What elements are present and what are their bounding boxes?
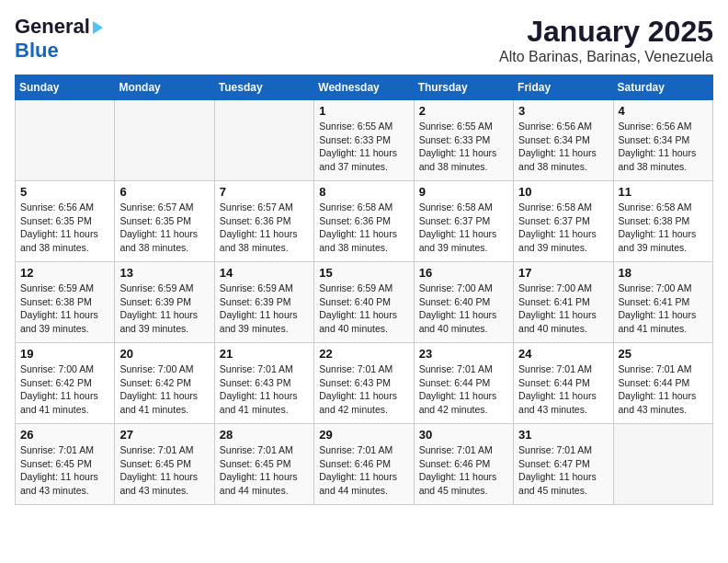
title-block: January 2025 Alto Barinas, Barinas, Vene… [499,15,713,65]
calendar-week-row: 1Sunrise: 6:55 AMSunset: 6:33 PMDaylight… [16,100,713,181]
calendar-day-cell: 7Sunrise: 6:57 AMSunset: 6:36 PMDaylight… [214,181,313,262]
day-number: 22 [319,347,408,361]
day-number: 18 [619,266,708,280]
calendar-day-cell: 29Sunrise: 7:01 AMSunset: 6:46 PMDayligh… [314,424,414,505]
day-info: Sunrise: 7:01 AMSunset: 6:44 PMDaylight:… [518,362,608,417]
day-number: 1 [319,104,408,118]
day-number: 26 [20,428,109,442]
day-info: Sunrise: 7:01 AMSunset: 6:44 PMDaylight:… [619,362,708,417]
logo: General Blue [15,15,103,63]
weekday-header: Monday [115,75,214,100]
day-info: Sunrise: 7:01 AMSunset: 6:46 PMDaylight:… [319,443,408,498]
calendar-day-cell: 27Sunrise: 7:01 AMSunset: 6:45 PMDayligh… [115,424,214,505]
logo-arrow-icon [93,21,103,34]
page-title: January 2025 [499,15,713,49]
calendar-day-cell: 24Sunrise: 7:01 AMSunset: 6:44 PMDayligh… [514,343,613,424]
day-number: 31 [518,428,608,442]
calendar-day-cell: 3Sunrise: 6:56 AMSunset: 6:34 PMDaylight… [514,100,613,181]
calendar-day-cell: 31Sunrise: 7:01 AMSunset: 6:47 PMDayligh… [514,424,613,505]
day-info: Sunrise: 7:01 AMSunset: 6:45 PMDaylight:… [119,443,209,498]
calendar-day-cell: 2Sunrise: 6:55 AMSunset: 6:33 PMDaylight… [414,100,513,181]
day-number: 25 [619,347,708,361]
day-number: 17 [518,266,608,280]
calendar-day-cell: 22Sunrise: 7:01 AMSunset: 6:43 PMDayligh… [314,343,414,424]
day-info: Sunrise: 6:59 AMSunset: 6:38 PMDaylight:… [20,282,109,336]
day-number: 7 [220,185,309,199]
day-number: 24 [518,347,608,361]
weekday-header: Thursday [414,75,513,100]
day-number: 3 [518,104,608,118]
calendar-header-row: SundayMondayTuesdayWednesdayThursdayFrid… [16,75,713,100]
day-info: Sunrise: 7:01 AMSunset: 6:45 PMDaylight:… [220,443,309,498]
day-info: Sunrise: 7:00 AMSunset: 6:42 PMDaylight:… [119,362,209,417]
day-info: Sunrise: 6:59 AMSunset: 6:40 PMDaylight:… [319,282,408,336]
calendar-day-cell: 20Sunrise: 7:00 AMSunset: 6:42 PMDayligh… [115,343,214,424]
day-number: 9 [419,185,508,199]
day-number: 5 [20,185,109,199]
day-number: 10 [518,185,608,199]
day-info: Sunrise: 6:58 AMSunset: 6:36 PMDaylight:… [319,201,408,255]
day-info: Sunrise: 6:58 AMSunset: 6:38 PMDaylight:… [619,201,708,255]
calendar-day-cell: 13Sunrise: 6:59 AMSunset: 6:39 PMDayligh… [115,262,214,343]
weekday-header: Tuesday [214,75,313,100]
day-info: Sunrise: 7:00 AMSunset: 6:41 PMDaylight:… [619,282,708,336]
calendar-day-cell: 18Sunrise: 7:00 AMSunset: 6:41 PMDayligh… [613,262,712,343]
day-number: 12 [20,266,109,280]
calendar-week-row: 19Sunrise: 7:00 AMSunset: 6:42 PMDayligh… [16,343,713,424]
calendar-day-cell [613,424,712,505]
day-number: 6 [119,185,209,199]
calendar-day-cell: 19Sunrise: 7:00 AMSunset: 6:42 PMDayligh… [16,343,115,424]
calendar-day-cell: 30Sunrise: 7:01 AMSunset: 6:46 PMDayligh… [414,424,513,505]
calendar-day-cell: 8Sunrise: 6:58 AMSunset: 6:36 PMDaylight… [314,181,414,262]
calendar-day-cell: 1Sunrise: 6:55 AMSunset: 6:33 PMDaylight… [314,100,414,181]
day-number: 21 [220,347,309,361]
day-info: Sunrise: 6:56 AMSunset: 6:34 PMDaylight:… [619,120,708,174]
page-subtitle: Alto Barinas, Barinas, Venezuela [499,49,713,65]
day-info: Sunrise: 6:56 AMSunset: 6:35 PMDaylight:… [20,201,109,255]
day-info: Sunrise: 6:58 AMSunset: 6:37 PMDaylight:… [419,201,508,255]
day-info: Sunrise: 6:55 AMSunset: 6:33 PMDaylight:… [319,120,408,174]
day-info: Sunrise: 6:56 AMSunset: 6:34 PMDaylight:… [518,120,608,174]
day-info: Sunrise: 6:59 AMSunset: 6:39 PMDaylight:… [119,282,209,336]
calendar-day-cell [16,100,115,181]
weekday-header: Saturday [613,75,712,100]
day-number: 11 [619,185,708,199]
calendar-week-row: 5Sunrise: 6:56 AMSunset: 6:35 PMDaylight… [16,181,713,262]
weekday-header: Sunday [16,75,115,100]
day-info: Sunrise: 7:01 AMSunset: 6:47 PMDaylight:… [518,443,608,498]
day-number: 15 [319,266,408,280]
calendar-day-cell: 15Sunrise: 6:59 AMSunset: 6:40 PMDayligh… [314,262,414,343]
day-info: Sunrise: 6:59 AMSunset: 6:39 PMDaylight:… [220,282,309,336]
calendar-day-cell [115,100,214,181]
calendar-day-cell: 14Sunrise: 6:59 AMSunset: 6:39 PMDayligh… [214,262,313,343]
calendar-day-cell: 23Sunrise: 7:01 AMSunset: 6:44 PMDayligh… [414,343,513,424]
calendar-day-cell: 28Sunrise: 7:01 AMSunset: 6:45 PMDayligh… [214,424,313,505]
day-number: 19 [20,347,109,361]
calendar-day-cell: 11Sunrise: 6:58 AMSunset: 6:38 PMDayligh… [613,181,712,262]
logo-blue: Blue [15,39,59,62]
calendar-day-cell: 12Sunrise: 6:59 AMSunset: 6:38 PMDayligh… [16,262,115,343]
day-number: 29 [319,428,408,442]
day-info: Sunrise: 7:01 AMSunset: 6:43 PMDaylight:… [319,362,408,417]
calendar-day-cell: 21Sunrise: 7:01 AMSunset: 6:43 PMDayligh… [214,343,313,424]
day-number: 16 [419,266,508,280]
calendar-day-cell: 25Sunrise: 7:01 AMSunset: 6:44 PMDayligh… [613,343,712,424]
calendar-day-cell: 9Sunrise: 6:58 AMSunset: 6:37 PMDaylight… [414,181,513,262]
day-info: Sunrise: 7:01 AMSunset: 6:44 PMDaylight:… [419,362,508,417]
day-info: Sunrise: 7:01 AMSunset: 6:46 PMDaylight:… [419,443,508,498]
day-info: Sunrise: 7:00 AMSunset: 6:40 PMDaylight:… [419,282,508,336]
day-number: 28 [220,428,309,442]
day-number: 14 [220,266,309,280]
calendar-week-row: 26Sunrise: 7:01 AMSunset: 6:45 PMDayligh… [16,424,713,505]
calendar-day-cell: 5Sunrise: 6:56 AMSunset: 6:35 PMDaylight… [16,181,115,262]
calendar-day-cell [214,100,313,181]
day-number: 30 [419,428,508,442]
day-info: Sunrise: 6:58 AMSunset: 6:37 PMDaylight:… [518,201,608,255]
weekday-header: Wednesday [314,75,414,100]
calendar-week-row: 12Sunrise: 6:59 AMSunset: 6:38 PMDayligh… [16,262,713,343]
calendar-day-cell: 17Sunrise: 7:00 AMSunset: 6:41 PMDayligh… [514,262,613,343]
calendar-day-cell: 16Sunrise: 7:00 AMSunset: 6:40 PMDayligh… [414,262,513,343]
day-number: 13 [119,266,209,280]
day-number: 20 [119,347,209,361]
day-info: Sunrise: 6:57 AMSunset: 6:35 PMDaylight:… [119,201,209,255]
